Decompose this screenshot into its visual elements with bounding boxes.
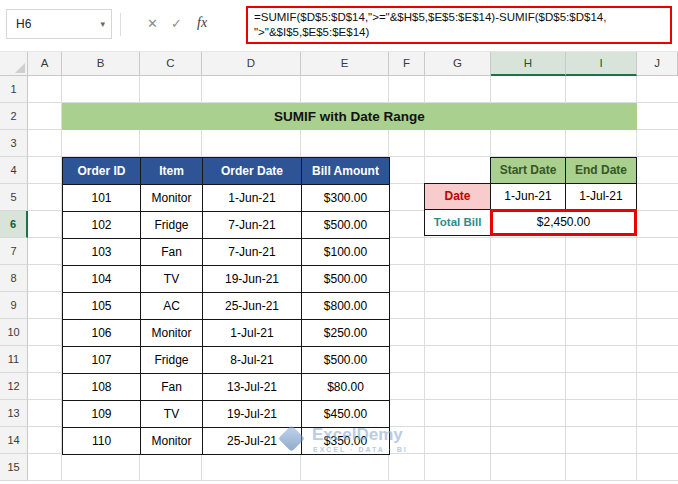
end-date-cell[interactable]: 1-Jul-21 [565,183,637,210]
orders-header-cell[interactable]: Item [141,158,203,185]
orders-cell-amount[interactable]: $500.00 [302,266,390,293]
insert-function-icon[interactable]: fx [197,15,207,31]
table-row: 107Fridge8-Jul-21$500.00 [63,347,390,374]
column-header-E[interactable]: E [301,52,389,76]
row-header-12[interactable]: 12 [0,373,28,400]
orders-cell-id[interactable]: 102 [63,212,141,239]
row-header-5[interactable]: 5 [0,184,28,211]
orders-cell-date[interactable]: 19-Jun-21 [203,266,302,293]
orders-cell-item[interactable]: AC [141,293,203,320]
orders-header-cell[interactable]: Order Date [203,158,302,185]
row-header-13[interactable]: 13 [0,400,28,427]
orders-cell-item[interactable]: Fridge [141,347,203,374]
start-date-cell[interactable]: 1-Jun-21 [490,183,566,210]
orders-header-cell[interactable]: Order ID [63,158,141,185]
name-box[interactable]: H6 ▾ [6,9,112,39]
column-header-B[interactable]: B [62,52,140,76]
orders-table-body: 101Monitor1-Jun-21$300.00102Fridge7-Jun-… [63,185,390,455]
orders-cell-item[interactable]: TV [141,401,203,428]
orders-cell-id[interactable]: 110 [63,428,141,455]
column-header-G[interactable]: G [425,52,491,76]
column-header-C[interactable]: C [140,52,202,76]
enter-icon[interactable]: ✓ [171,16,182,31]
row-header-7[interactable]: 7 [0,238,28,265]
row-header-10[interactable]: 10 [0,319,28,346]
orders-cell-date[interactable]: 25-Jul-21 [203,428,302,455]
row-headers: 123456789101112131415 [0,76,28,481]
row-header-14[interactable]: 14 [0,427,28,454]
orders-cell-date[interactable]: 1-Jul-21 [203,320,302,347]
column-header-I[interactable]: I [566,52,637,76]
row-header-9[interactable]: 9 [0,292,28,319]
orders-cell-date[interactable]: 19-Jul-21 [203,401,302,428]
sheet-body: SUMIF with Date Range Order IDItemOrder … [28,76,678,481]
orders-cell-date[interactable]: 8-Jul-21 [203,347,302,374]
orders-cell-id[interactable]: 105 [63,293,141,320]
column-header-A[interactable]: A [28,52,62,76]
orders-cell-amount[interactable]: $100.00 [302,239,390,266]
row-header-3[interactable]: 3 [0,130,28,157]
column-header-F[interactable]: F [389,52,425,76]
orders-header-cell[interactable]: Bill Amount [302,158,390,185]
orders-cell-id[interactable]: 109 [63,401,141,428]
orders-cell-date[interactable]: 1-Jun-21 [203,185,302,212]
orders-cell-id[interactable]: 104 [63,266,141,293]
row-header-15[interactable]: 15 [0,454,28,481]
orders-cell-date[interactable]: 7-Jun-21 [203,212,302,239]
date-label-cell[interactable]: Date [424,183,491,210]
table-row: 105AC25-Jun-21$800.00 [63,293,390,320]
orders-cell-item[interactable]: Fan [141,239,203,266]
orders-cell-amount[interactable]: $450.00 [302,401,390,428]
gridline [28,480,678,481]
gridline [424,76,425,481]
divider [120,13,121,36]
orders-cell-id[interactable]: 101 [63,185,141,212]
orders-cell-amount[interactable]: $500.00 [302,212,390,239]
formula-line-2: ">"&$I$5,$E$5:$E$14) [254,25,664,40]
orders-cell-amount[interactable]: $800.00 [302,293,390,320]
orders-cell-amount[interactable]: $80.00 [302,374,390,401]
column-headers: ABCDEFGHIJ [28,52,678,76]
orders-cell-item[interactable]: Fan [141,374,203,401]
cancel-icon[interactable]: ✕ [147,16,158,31]
orders-cell-item[interactable]: Monitor [141,428,203,455]
orders-cell-amount[interactable]: $500.00 [302,347,390,374]
orders-cell-id[interactable]: 103 [63,239,141,266]
orders-cell-amount[interactable]: $300.00 [302,185,390,212]
orders-cell-item[interactable]: Monitor [141,320,203,347]
formula-input[interactable]: =SUMIF($D$5:$D$14,">="&$H$5,$E$5:$E$14)-… [246,6,672,44]
select-all-triangle-icon [15,63,25,73]
row-header-11[interactable]: 11 [0,346,28,373]
gridline [636,76,637,481]
column-header-H[interactable]: H [491,52,566,76]
row-header-1[interactable]: 1 [0,76,28,103]
orders-cell-date[interactable]: 25-Jun-21 [203,293,302,320]
orders-cell-id[interactable]: 106 [63,320,141,347]
gridline [565,76,566,481]
start-date-header-cell[interactable]: Start Date [490,157,566,184]
orders-cell-date[interactable]: 7-Jun-21 [203,239,302,266]
row-header-8[interactable]: 8 [0,265,28,292]
formula-bar: H6 ▾ ✕ ✓ fx =SUMIF($D$5:$D$14,">="&$H$5,… [0,0,678,52]
orders-cell-item[interactable]: Fridge [141,212,203,239]
select-all-corner[interactable] [0,52,28,76]
orders-cell-date[interactable]: 13-Jul-21 [203,374,302,401]
orders-cell-amount[interactable]: $350.00 [302,428,390,455]
row-header-4[interactable]: 4 [0,157,28,184]
table-row: 106Monitor1-Jul-21$250.00 [63,320,390,347]
orders-cell-amount[interactable]: $250.00 [302,320,390,347]
column-header-D[interactable]: D [202,52,301,76]
column-header-J[interactable]: J [637,52,678,76]
chevron-down-icon[interactable]: ▾ [100,19,105,29]
orders-cell-id[interactable]: 107 [63,347,141,374]
orders-table: Order IDItemOrder DateBill Amount 101Mon… [62,157,390,455]
title-banner[interactable]: SUMIF with Date Range [62,103,637,130]
row-header-2[interactable]: 2 [0,103,28,130]
row-header-6[interactable]: 6 [0,211,28,238]
end-date-header-cell[interactable]: End Date [565,157,637,184]
orders-cell-item[interactable]: Monitor [141,185,203,212]
total-bill-label-cell[interactable]: Total Bill [424,209,491,236]
orders-cell-item[interactable]: TV [141,266,203,293]
active-cell-total-bill-value[interactable]: $2,450.00 [490,209,637,236]
orders-cell-id[interactable]: 108 [63,374,141,401]
